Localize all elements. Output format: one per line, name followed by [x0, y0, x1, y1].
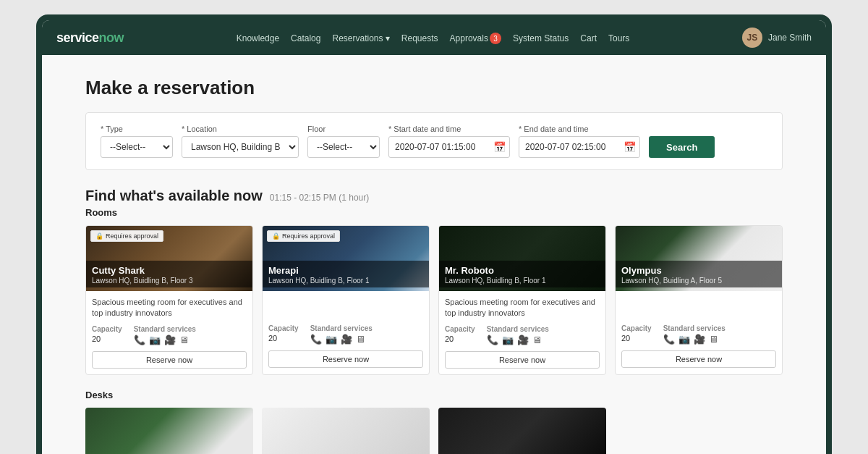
user-name: Jane Smith — [768, 33, 812, 43]
room-body-3: Capacity 20 Standard services 📞 📷 🎥 — [616, 291, 782, 374]
reserve-btn-3[interactable]: Reserve now — [621, 350, 776, 368]
services-icons-1: 📞 📷 🎥 🖥 — [310, 334, 373, 345]
nav-tours[interactable]: Tours — [608, 33, 629, 43]
nav-approvals[interactable]: Approvals3 — [450, 33, 501, 43]
camera-icon-3: 📷 — [678, 334, 690, 345]
camera-icon-1: 📷 — [326, 334, 337, 345]
start-label: * Start date and time — [388, 125, 510, 133]
nav-cart[interactable]: Cart — [580, 33, 597, 43]
room-body-1: Capacity 20 Standard services 📞 📷 🎥 — [263, 291, 429, 374]
desk-card-0 — [85, 408, 253, 454]
start-datetime-input[interactable] — [388, 136, 510, 158]
room-desc-3 — [621, 297, 776, 319]
app-frame: servicenow Knowledge Catalog Reservation… — [36, 14, 832, 454]
phone-icon-0: 📞 — [134, 335, 145, 345]
monitor-icon-2: 🖥 — [532, 335, 542, 345]
room-name-bar-0: Cutty Shark Lawson HQ, Buidling B, Floor… — [86, 261, 252, 287]
app-logo: servicenow — [56, 30, 124, 46]
find-heading: Find what's available now 01:15 - 02:15 … — [85, 188, 783, 204]
room-image-3: Olympus Lawson HQ, Buidling A, Floor 5 — [616, 226, 782, 291]
screen-icon-3: 🎥 — [694, 334, 705, 345]
main-content: Make a reservation * Type --Select-- * L… — [42, 55, 826, 454]
screen-icon-0: 🎥 — [164, 335, 176, 345]
rooms-grid: 🔒 Requires approval Cutty Shark Lawson H… — [85, 225, 783, 375]
room-meta-1: Capacity 20 Standard services 📞 📷 🎥 — [268, 324, 423, 345]
reserve-btn-1[interactable]: Reserve now — [268, 350, 423, 368]
nav-reservations[interactable]: Reservations ▾ — [332, 33, 389, 43]
room-subloc-1: Lawson HQ, Buidling B, Floor 1 — [268, 277, 423, 285]
capacity-col-0: Capacity 20 — [92, 325, 122, 345]
camera-icon-0: 📷 — [149, 335, 161, 345]
room-card-2: Mr. Roboto Lawson HQ, Buidling B, Floor … — [438, 225, 606, 375]
reserve-btn-2[interactable]: Reserve now — [445, 351, 600, 369]
room-image-1: 🔒 Requires approval Merapi Lawson HQ, Bu… — [263, 226, 429, 291]
time-label: 01:15 - 02:15 PM (1 hour) — [270, 193, 369, 203]
room-card-3: Olympus Lawson HQ, Buidling A, Floor 5 C… — [615, 225, 783, 375]
nav-requests[interactable]: Requests — [401, 33, 438, 43]
services-col-2: Standard services 📞 📷 🎥 🖥 — [487, 325, 549, 345]
user-menu[interactable]: JS Jane Smith — [742, 28, 812, 48]
room-meta-2: Capacity 20 Standard services 📞 📷 🎥 — [445, 325, 600, 345]
approvals-badge: 3 — [490, 33, 501, 44]
search-button[interactable]: Search — [649, 136, 715, 158]
services-col-3: Standard services 📞 📷 🎥 🖥 — [663, 324, 726, 345]
room-card-1: 🔒 Requires approval Merapi Lawson HQ, Bu… — [262, 225, 430, 375]
capacity-val-0: 20 — [92, 335, 122, 343]
desk-card-1 — [262, 408, 430, 454]
services-label-0: Standard services — [134, 325, 196, 333]
reserve-btn-0[interactable]: Reserve now — [92, 351, 247, 369]
room-meta-3: Capacity 20 Standard services 📞 📷 🎥 — [621, 324, 776, 345]
monitor-icon-0: 🖥 — [179, 335, 189, 345]
nav-catalog[interactable]: Catalog — [291, 33, 320, 43]
phone-icon-3: 📞 — [663, 334, 675, 345]
room-subloc-0: Lawson HQ, Buidling B, Floor 3 — [92, 277, 247, 285]
capacity-col-3: Capacity 20 — [621, 324, 652, 345]
desks-grid — [85, 408, 783, 454]
services-icons-2: 📞 📷 🎥 🖥 — [487, 335, 549, 345]
phone-icon-1: 📞 — [310, 334, 322, 345]
start-datetime-field: * Start date and time 📅 — [388, 125, 510, 158]
services-label-1: Standard services — [310, 324, 373, 332]
capacity-col-2: Capacity 20 — [445, 325, 475, 345]
approval-badge-0: 🔒 Requires approval — [90, 230, 163, 242]
user-avatar: JS — [742, 28, 762, 48]
floor-select[interactable]: --Select-- — [307, 136, 380, 158]
room-name-bar-3: Olympus Lawson HQ, Buidling A, Floor 5 — [616, 261, 782, 287]
services-col-0: Standard services 📞 📷 🎥 🖥 — [134, 325, 196, 345]
room-body-0: Spacious meeting room for executives and… — [86, 291, 252, 374]
capacity-val-3: 20 — [621, 334, 652, 342]
room-name-0: Cutty Shark — [92, 265, 247, 276]
room-name-3: Olympus — [621, 265, 776, 276]
services-label-3: Standard services — [663, 324, 726, 332]
room-desc-0: Spacious meeting room for executives and… — [92, 297, 247, 319]
find-section: Find what's available now 01:15 - 02:15 … — [85, 188, 783, 454]
phone-icon-2: 📞 — [487, 335, 498, 345]
services-label-2: Standard services — [487, 325, 549, 333]
nav-links: Knowledge Catalog Reservations ▾ Request… — [237, 31, 630, 45]
desks-label: Desks — [85, 390, 783, 400]
nav-knowledge[interactable]: Knowledge — [237, 33, 279, 43]
type-select[interactable]: --Select-- — [101, 136, 173, 158]
room-name-bar-1: Merapi Lawson HQ, Buidling B, Floor 1 — [263, 261, 429, 287]
nav-system-status[interactable]: System Status — [513, 33, 569, 43]
room-desc-1 — [268, 297, 423, 319]
screen-icon-1: 🎥 — [341, 334, 352, 345]
nav-bar: servicenow Knowledge Catalog Reservation… — [42, 20, 826, 55]
services-icons-3: 📞 📷 🎥 🖥 — [663, 334, 726, 345]
approval-badge-1: 🔒 Requires approval — [267, 230, 340, 242]
room-body-2: Spacious meeting room for executives and… — [439, 291, 605, 374]
type-label: * Type — [101, 125, 173, 133]
room-name-bar-2: Mr. Roboto Lawson HQ, Buidling B, Floor … — [439, 261, 605, 287]
camera-icon-2: 📷 — [502, 335, 514, 345]
end-datetime-input[interactable] — [519, 136, 640, 158]
room-desc-2: Spacious meeting room for executives and… — [445, 297, 600, 319]
services-col-1: Standard services 📞 📷 🎥 🖥 — [310, 324, 373, 345]
lock-icon-1: 🔒 — [272, 232, 280, 240]
location-select[interactable]: Lawson HQ, Building B — [182, 136, 299, 158]
rooms-label: Rooms — [85, 207, 783, 218]
monitor-icon-1: 🖥 — [356, 334, 365, 345]
end-datetime-field: * End date and time 📅 — [519, 125, 640, 158]
room-subloc-3: Lawson HQ, Buidling A, Floor 5 — [621, 277, 776, 285]
location-label: * Location — [182, 125, 299, 133]
lock-icon-0: 🔒 — [95, 232, 103, 240]
